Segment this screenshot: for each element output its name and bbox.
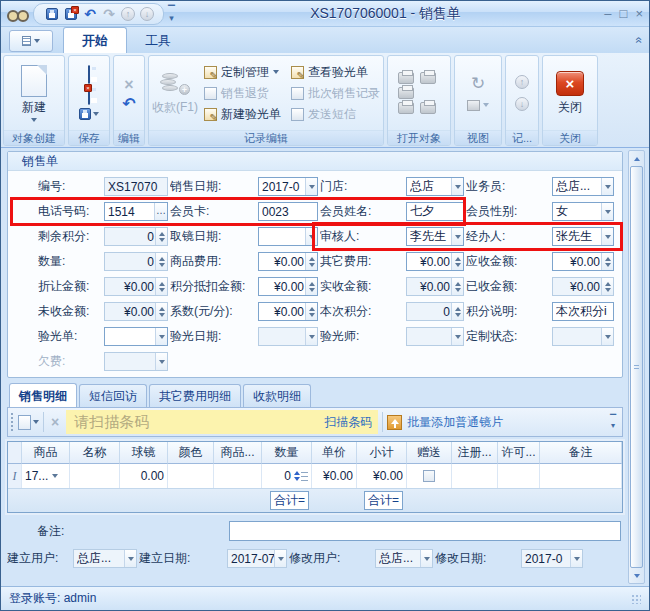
quantity-field[interactable]: 0 — [104, 252, 168, 271]
batch-add-lens-button[interactable]: 批量添加普通镜片 — [387, 414, 503, 431]
sale-date-dropdown[interactable] — [305, 178, 317, 195]
column-header-3[interactable]: 颜色 — [168, 442, 214, 464]
current-points-spinner[interactable] — [451, 303, 463, 320]
pickup-date-dropdown[interactable] — [305, 228, 317, 245]
toolbar-grip[interactable] — [11, 413, 14, 431]
receivable-amount-field[interactable]: ¥0.00 — [552, 252, 614, 271]
modified-by-dropdown[interactable] — [420, 550, 432, 567]
printer-icon[interactable] — [420, 72, 436, 84]
auditor-dropdown[interactable] — [451, 228, 463, 245]
received-amount-spinner[interactable] — [601, 278, 613, 295]
custom-status-dropdown[interactable] — [601, 328, 613, 345]
modified-by-field[interactable]: 总店... — [375, 549, 433, 568]
ribbon-item-0[interactable]: 定制管理 — [204, 64, 281, 81]
optometry-form-dropdown[interactable] — [155, 328, 167, 345]
discount-amount-spinner[interactable] — [155, 278, 167, 295]
column-header-9[interactable]: 注册... — [452, 442, 498, 464]
save-new-icon[interactable] — [79, 108, 99, 120]
gift-checkbox[interactable] — [423, 470, 435, 482]
row-selector-cell[interactable]: I — [8, 464, 22, 488]
coefficient-field[interactable]: ¥0.00 — [258, 302, 318, 321]
redo-icon[interactable]: ↷ — [101, 6, 117, 22]
arrears-dropdown[interactable] — [155, 353, 167, 370]
scroll-down-icon[interactable]: ↓ — [139, 6, 155, 22]
grid-data-row[interactable]: I17...0.000¥0.00¥0.00 — [8, 464, 622, 488]
phone-number-browse-button[interactable]: … — [154, 203, 167, 220]
sale-date-field[interactable]: 2017-0 — [258, 177, 318, 196]
minimize-button[interactable]: – — [604, 7, 611, 21]
optometrist-field[interactable] — [406, 327, 464, 346]
new-button[interactable]: 新建 — [21, 65, 47, 122]
grid-cell-8[interactable] — [407, 464, 452, 488]
layout-button[interactable] — [467, 100, 489, 111]
column-header-7[interactable]: 小计 — [357, 442, 407, 464]
member-card-field[interactable]: 0023 — [258, 202, 318, 221]
ribbon-tab-start[interactable]: 开始 — [63, 27, 127, 53]
grid-cell-9[interactable] — [452, 464, 498, 488]
optometry-date-field[interactable] — [258, 327, 318, 346]
undo-icon[interactable]: ↶ — [82, 6, 98, 22]
ribbon-collapse-icon[interactable]: « — [633, 37, 647, 44]
grid-cell-5[interactable]: 0 — [262, 464, 312, 488]
save-icon[interactable] — [44, 6, 60, 22]
undo-icon[interactable]: ↶ — [122, 97, 135, 111]
remaining-points-spinner[interactable] — [155, 228, 167, 245]
created-by-field[interactable]: 总店... — [73, 549, 137, 568]
coefficient-spinner[interactable] — [305, 303, 317, 320]
column-header-6[interactable]: 单价 — [312, 442, 357, 464]
detail-tab-3[interactable]: 收款明细 — [243, 384, 311, 407]
ribbon-tab-tools[interactable]: 工具 — [127, 28, 189, 53]
optometry-form-field[interactable] — [104, 327, 168, 346]
close-button[interactable]: × — [635, 7, 643, 21]
product-fee-field[interactable]: ¥0.00 — [258, 252, 318, 271]
app-menu-button[interactable] — [9, 30, 53, 52]
column-header-0[interactable]: 商品 — [22, 442, 70, 464]
custom-status-field[interactable] — [552, 327, 614, 346]
column-header-8[interactable]: 赠送 — [407, 442, 452, 464]
printer-icon[interactable] — [398, 87, 414, 99]
modified-date-dropdown[interactable] — [570, 550, 582, 567]
quantity-spinner[interactable] — [155, 253, 167, 270]
column-header-1[interactable]: 名称 — [70, 442, 120, 464]
copy-icon[interactable] — [398, 72, 414, 84]
maximize-button[interactable]: □ — [620, 7, 628, 21]
column-header-10[interactable]: 许可... — [498, 442, 540, 464]
modified-date-field[interactable]: 2017-0 — [521, 549, 583, 568]
quantity-spinner-icon[interactable] — [294, 471, 308, 481]
printer-icon[interactable] — [398, 102, 414, 114]
points-note-field[interactable]: 本次积分i — [552, 302, 614, 321]
current-points-field[interactable]: 0 — [406, 302, 464, 321]
grid-cell-4[interactable] — [214, 464, 262, 488]
vertical-scrollbar[interactable] — [628, 150, 645, 584]
created-date-field[interactable]: 2017-07 — [227, 549, 287, 568]
record-down-icon[interactable]: ↓ — [515, 97, 529, 111]
receivable-amount-spinner[interactable] — [601, 253, 613, 270]
received-amount-field[interactable]: ¥0.00 — [552, 277, 614, 296]
handler-field[interactable]: 张先生 — [552, 227, 614, 246]
salesman-dropdown[interactable] — [601, 178, 613, 195]
points-deduction-spinner[interactable] — [305, 278, 317, 295]
ribbon-item-5[interactable]: 发送短信 — [291, 106, 380, 123]
grid-cell-2[interactable]: 0.00 — [120, 464, 168, 488]
salesman-field[interactable]: 总店... — [552, 177, 614, 196]
auditor-field[interactable]: 李先生 — [406, 227, 464, 246]
pickup-date-field[interactable] — [258, 227, 318, 246]
detail-tab-0[interactable]: 销售明细 — [9, 383, 77, 407]
remaining-points-field[interactable]: 0 — [104, 227, 168, 246]
receive-payment-button[interactable]: + 收款(F1) — [152, 71, 198, 116]
scroll-up-icon[interactable]: ↑ — [120, 6, 136, 22]
column-header-2[interactable]: 球镜 — [120, 442, 168, 464]
column-header-4[interactable]: 商品... — [214, 442, 262, 464]
arrears-field[interactable] — [104, 352, 168, 371]
discount-amount-field[interactable]: ¥0.00 — [104, 277, 168, 296]
ribbon-item-1[interactable]: 销售退货 — [204, 85, 281, 102]
points-deduction-field[interactable]: ¥0.00 — [258, 277, 318, 296]
barcode-input[interactable]: 请扫描条码 扫描条码 — [66, 410, 378, 434]
ribbon-item-3[interactable]: 查看验光单 — [291, 64, 380, 81]
actual-received-spinner[interactable] — [451, 278, 463, 295]
qat-customize-button[interactable]: ▔▾ — [168, 6, 175, 22]
order-no-field[interactable]: XS17070 — [104, 177, 168, 196]
store-field[interactable]: 总店 — [406, 177, 464, 196]
close-form-button[interactable]: × 关闭 — [556, 71, 584, 116]
toolbar-overflow-button[interactable]: ▔▾ — [607, 415, 619, 429]
